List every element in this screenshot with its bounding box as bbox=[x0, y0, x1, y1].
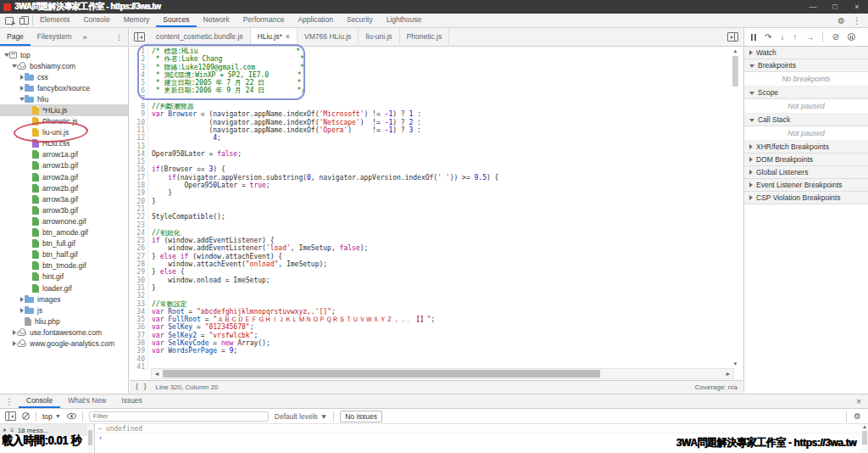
tree-item-hliu[interactable]: hliu bbox=[0, 93, 128, 104]
panel-tab-application[interactable]: Application bbox=[291, 14, 340, 27]
scroll-up-icon[interactable]: ▲ bbox=[732, 48, 739, 53]
maximize-button[interactable]: □ bbox=[824, 0, 846, 14]
device-toolbar-icon[interactable] bbox=[21, 16, 29, 25]
clear-console-icon[interactable] bbox=[22, 412, 30, 420]
section-dom-breakpoints[interactable]: DOM Breakpoints bbox=[744, 154, 868, 166]
context-selector[interactable]: top▼ bbox=[42, 412, 61, 421]
tree-item-hliu-php[interactable]: hliu.php bbox=[0, 316, 128, 327]
log-levels-selector[interactable]: Default levels▼ bbox=[275, 412, 327, 421]
scroll-down-icon[interactable]: ▼ bbox=[732, 361, 739, 366]
section-watch[interactable]: Watch bbox=[744, 47, 868, 59]
pause-script-icon[interactable] bbox=[751, 34, 756, 41]
tree-item-fancybox-source[interactable]: fancybox/source bbox=[0, 82, 128, 93]
tree-item-liu-uni-js[interactable]: liu-uni.js bbox=[0, 127, 128, 138]
scroll-left-icon[interactable]: ◄ bbox=[152, 371, 162, 377]
section-csp-violation-breakpoints[interactable]: CSP Violation Breakpoints bbox=[744, 192, 868, 204]
section-global-listeners[interactable]: Global Listeners bbox=[744, 166, 868, 179]
tree-item-js[interactable]: js bbox=[0, 305, 128, 316]
tree-item-arrow1b-gif[interactable]: arrow1b.gif bbox=[0, 160, 128, 171]
panel-tab-lighthouse[interactable]: Lighthouse bbox=[380, 14, 429, 27]
section-call-stack[interactable]: Call Stack bbox=[744, 114, 868, 126]
tab-whats-new[interactable]: What's New bbox=[60, 394, 114, 408]
editor-tab-hliu-js-[interactable]: HLiu.js*× bbox=[251, 28, 298, 46]
close-drawer-icon[interactable]: × bbox=[849, 394, 868, 408]
step-icon[interactable]: → bbox=[805, 33, 814, 42]
tab-filesystem[interactable]: Filesystem bbox=[31, 28, 79, 46]
editor-tab-vm766-hliu-js[interactable]: VM766 HLiu.js bbox=[298, 28, 359, 46]
pause-on-exceptions-icon[interactable] bbox=[848, 33, 855, 41]
vscroll-thumb[interactable] bbox=[732, 56, 738, 87]
code-line: StyleCompatible(); bbox=[152, 213, 743, 221]
panel-tab-memory[interactable]: Memory bbox=[117, 14, 157, 27]
tree-item-images[interactable]: images bbox=[0, 294, 128, 305]
editor-tab-liu-uni-js[interactable]: liu-uni.js bbox=[359, 28, 399, 46]
tree-item-top[interactable]: top bbox=[0, 49, 128, 60]
issues-counter-chip[interactable]: No Issues bbox=[340, 411, 382, 422]
deactivate-breakpoints-icon[interactable]: ⊘ bbox=[832, 33, 838, 42]
filter-input[interactable] bbox=[89, 411, 269, 422]
tree-item-loader-gif[interactable]: loader.gif bbox=[0, 282, 128, 294]
section-scope[interactable]: Scope bbox=[744, 87, 868, 99]
section-event-listener-breakpoints[interactable]: Event Listener Breakpoints bbox=[744, 179, 868, 192]
tree-item-www-google-analytics-com[interactable]: www.google-analytics.com bbox=[0, 338, 128, 349]
tree-item-arrow2b-gif[interactable]: arrow2b.gif bbox=[0, 182, 128, 193]
step-over-icon[interactable]: ↷ bbox=[765, 33, 771, 42]
tree-item-arrow3b-gif[interactable]: arrow3b.gif bbox=[0, 204, 128, 215]
panel-tab-performance[interactable]: Performance bbox=[236, 14, 292, 27]
tree-item-arrow2a-gif[interactable]: arrow2a.gif bbox=[0, 171, 128, 182]
tab-page[interactable]: Page bbox=[0, 28, 31, 46]
tree-item-arrow3a-gif[interactable]: arrow3a.gif bbox=[0, 193, 128, 204]
tab-console[interactable]: Console bbox=[19, 394, 60, 408]
tree-item-hliu-css[interactable]: HLiu.css bbox=[0, 138, 128, 149]
tree-item-btn-amode-gif[interactable]: btn_amode.gif bbox=[0, 227, 128, 238]
tree-item-hint-gif[interactable]: hint.gif bbox=[0, 271, 128, 282]
console-sidebar-scrollbar[interactable] bbox=[87, 424, 93, 453]
tree-item--hliu-js[interactable]: *HLiu.js bbox=[0, 104, 128, 115]
tree-item-phonetic-js[interactable]: Phonetic.js bbox=[0, 116, 128, 127]
console-sidebar-toggle-icon[interactable] bbox=[5, 411, 16, 421]
drawer-menu-icon[interactable]: ⋮ bbox=[0, 394, 19, 408]
tab-close-icon[interactable]: × bbox=[286, 32, 290, 41]
tree-item-arrow1a-gif[interactable]: arrow1a.gif bbox=[0, 149, 128, 160]
image-file-icon bbox=[32, 184, 39, 193]
horizontal-scrollbar[interactable]: ◄ ► bbox=[151, 368, 734, 379]
pretty-print-icon[interactable]: { } bbox=[135, 383, 147, 391]
settings-gear-icon[interactable]: ⚙ bbox=[837, 16, 845, 25]
vertical-scrollbar[interactable]: ▲ ▼ bbox=[732, 48, 739, 366]
minimize-button[interactable]: — bbox=[802, 0, 824, 14]
panel-tab-console[interactable]: Console bbox=[76, 14, 116, 27]
panel-tab-elements[interactable]: Elements bbox=[33, 14, 76, 27]
section-xhr-fetch-breakpoints[interactable]: XHR/fetch Breakpoints bbox=[744, 141, 868, 154]
code-editor[interactable]: 1234567891011121314151617181920212223242… bbox=[130, 47, 743, 380]
step-out-icon[interactable]: ↑ bbox=[793, 33, 797, 42]
scroll-right-icon[interactable]: ► bbox=[723, 371, 733, 377]
console-settings-gear-icon[interactable]: ⚙ bbox=[854, 411, 861, 421]
live-expression-eye-icon[interactable] bbox=[67, 413, 76, 419]
tree-item-btn-full-gif[interactable]: btn_full.gif bbox=[0, 238, 128, 249]
panel-tab-network[interactable]: Network bbox=[197, 14, 236, 27]
code-token: } bbox=[152, 284, 156, 292]
navigator-more-icon[interactable]: ⋮ bbox=[110, 28, 128, 46]
close-button[interactable]: × bbox=[846, 0, 868, 14]
console-scrollbar[interactable]: ▲ bbox=[861, 424, 868, 453]
tab-issues[interactable]: Issues bbox=[114, 394, 150, 408]
inspect-element-icon[interactable] bbox=[5, 17, 14, 25]
tree-item-use-fontawesome-com[interactable]: use.fontawesome.com bbox=[0, 327, 128, 338]
tabs-overflow-icon[interactable]: » bbox=[78, 28, 91, 46]
panel-tab-sources[interactable]: Sources bbox=[156, 14, 196, 27]
editor-tab-phonetic-js[interactable]: Phonetic.js bbox=[400, 28, 450, 46]
step-into-icon[interactable]: ↓ bbox=[780, 33, 784, 42]
line-number: 15 bbox=[130, 158, 147, 165]
panel-tab-security[interactable]: Security bbox=[340, 14, 380, 27]
hide-navigator-icon[interactable] bbox=[134, 32, 145, 42]
more-options-icon[interactable]: ⋮ bbox=[853, 16, 861, 25]
tree-item-boshiamy-com[interactable]: boshiamy.com bbox=[0, 60, 128, 71]
tree-item-css[interactable]: css bbox=[0, 71, 128, 82]
editor-tab-content-cosmetic-bundle-js[interactable]: content_cosmetic.bundle.js bbox=[149, 28, 251, 46]
tree-item-arrownone-gif[interactable]: arrownone.gif bbox=[0, 215, 128, 226]
section-breakpoints[interactable]: Breakpoints bbox=[744, 59, 868, 72]
tree-item-btn-tmode-gif[interactable]: btn_tmode.gif bbox=[0, 260, 128, 271]
hscroll-thumb[interactable] bbox=[163, 370, 600, 378]
hide-debugger-icon[interactable] bbox=[727, 32, 738, 42]
tree-item-btn-half-gif[interactable]: btn_half.gif bbox=[0, 249, 128, 260]
